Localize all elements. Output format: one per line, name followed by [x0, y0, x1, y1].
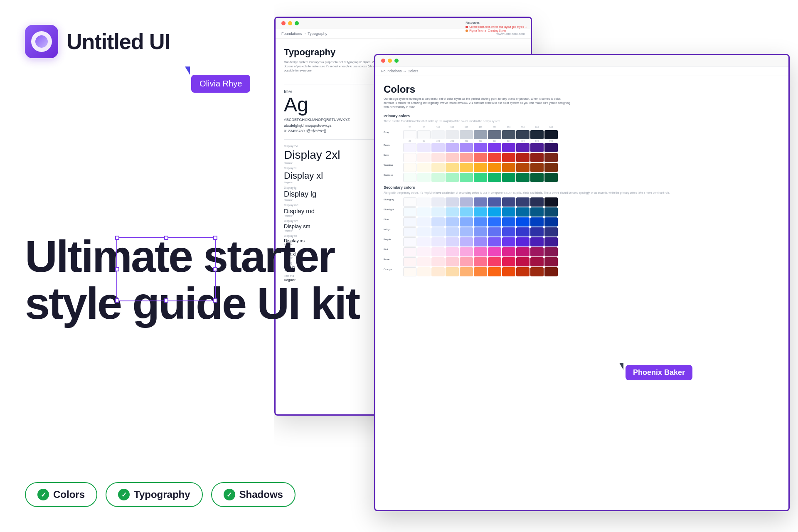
- swatch-b-700: [516, 217, 530, 227]
- swatch-gray-300: [460, 130, 473, 139]
- orange-row: Orange: [384, 267, 780, 276]
- primary-colors-header: Primary colors: [384, 114, 780, 118]
- swatch-p-500: [488, 237, 501, 246]
- swatch-b-400: [474, 217, 487, 227]
- swatch-i-25: [403, 227, 416, 236]
- handle-br[interactable]: [213, 298, 217, 303]
- swatch-o-500: [488, 267, 501, 276]
- error-swatches: [403, 153, 780, 162]
- swatch-brand-800: [530, 143, 544, 152]
- badge-colors[interactable]: ✓ Colors: [25, 482, 97, 507]
- success-color-row: Success: [384, 173, 780, 182]
- swatch-r-200: [446, 257, 459, 266]
- swatch-bl-100: [431, 207, 445, 217]
- user-tooltip-1: Olivia Rhye: [191, 75, 250, 93]
- swatch-pk-200: [446, 247, 459, 256]
- badge-typography-label: Typography: [134, 489, 190, 500]
- swatch-error-100: [431, 153, 445, 162]
- indigo-row: Indigo: [384, 227, 780, 236]
- swatch-error-25: [403, 153, 416, 162]
- purple-swatches: [403, 237, 780, 246]
- swatch-p-900: [544, 237, 558, 246]
- swatch-b-900: [544, 217, 558, 227]
- blue-row: Blue: [384, 217, 780, 227]
- primary-colors-desc: These are the foundation colors that mak…: [384, 120, 780, 123]
- swatch-b-600: [502, 217, 515, 227]
- swatch-r-400: [474, 257, 487, 266]
- swatch-pk-400: [474, 247, 487, 256]
- swatch-brand-100: [431, 143, 445, 152]
- swatch-warning-900: [544, 163, 558, 172]
- handle-ml[interactable]: [115, 267, 119, 271]
- swatch-bl-800: [530, 207, 544, 217]
- handle-tl[interactable]: [115, 236, 119, 240]
- swatch-bl-900: [544, 207, 558, 217]
- handle-tr[interactable]: [213, 236, 217, 240]
- swatch-pk-600: [502, 247, 515, 256]
- indigo-swatches: [403, 227, 780, 236]
- swatch-gray-500: [488, 130, 501, 139]
- swatch-bg-800: [530, 197, 544, 207]
- brand-swatches: [403, 143, 780, 152]
- swatch-warning-400: [474, 163, 487, 172]
- swatch-bl-50: [417, 207, 431, 217]
- blue-gray-label: Blue gray: [384, 197, 402, 207]
- swatch-warning-800: [530, 163, 544, 172]
- swatch-o-200: [446, 267, 459, 276]
- swatch-warning-25: [403, 163, 416, 172]
- swatch-bl-600: [502, 207, 515, 217]
- swatch-bg-500: [488, 197, 501, 207]
- swatch-i-300: [460, 227, 473, 236]
- swatch-b-300: [460, 217, 473, 227]
- logo-area: Untitled UI: [25, 25, 254, 58]
- colors-title: Colors: [384, 84, 780, 95]
- swatch-bl-200: [446, 207, 459, 217]
- feature-badges: ✓ Colors ✓ Typography ✓ Shadows: [25, 482, 296, 507]
- swatch-success-200: [446, 173, 459, 182]
- swatch-success-600: [502, 173, 515, 182]
- gray-swatches: 25 50 100 200 300 400 500 600 700 800 90…: [403, 130, 780, 142]
- handle-mr[interactable]: [213, 267, 217, 271]
- window-dot-red: [281, 21, 286, 25]
- swatch-bl-500: [488, 207, 501, 217]
- swatch-gray-400: [474, 130, 487, 139]
- swatch-bg-700: [516, 197, 530, 207]
- badge-typography[interactable]: ✓ Typography: [106, 482, 203, 507]
- swatch-pk-800: [530, 247, 544, 256]
- handle-bl[interactable]: [115, 298, 119, 303]
- swatch-success-400: [474, 173, 487, 182]
- swatch-success-300: [460, 173, 473, 182]
- swatch-r-25: [403, 257, 416, 266]
- colors-window-header: [375, 55, 788, 66]
- swatch-i-800: [530, 227, 544, 236]
- swatch-brand-700: [516, 143, 530, 152]
- pink-row: Pink: [384, 247, 780, 256]
- blue-label: Blue: [384, 217, 402, 227]
- orange-label: Orange: [384, 267, 402, 276]
- pink-label: Pink: [384, 247, 402, 256]
- swatch-o-600: [502, 267, 515, 276]
- swatch-warning-700: [516, 163, 530, 172]
- swatch-bg-25: [403, 197, 416, 207]
- swatch-pk-25: [403, 247, 416, 256]
- swatch-r-800: [530, 257, 544, 266]
- swatch-b-50: [417, 217, 431, 227]
- screenshot-colors: Foundations → Colors Colors Our design s…: [374, 54, 790, 511]
- swatch-brand-500: [488, 143, 501, 152]
- swatch-o-25: [403, 267, 416, 276]
- swatch-brand-400: [474, 143, 487, 152]
- swatch-p-600: [502, 237, 515, 246]
- logo-icon: [25, 25, 58, 58]
- rose-row: Rose: [384, 257, 780, 266]
- warning-swatches: [403, 163, 780, 172]
- swatch-warning-300: [460, 163, 473, 172]
- swatch-p-200: [446, 237, 459, 246]
- swatch-r-50: [417, 257, 431, 266]
- swatch-bg-300: [460, 197, 473, 207]
- handle-tm[interactable]: [164, 236, 168, 240]
- handle-bm[interactable]: [164, 298, 168, 303]
- swatch-p-700: [516, 237, 530, 246]
- success-label: Success: [384, 173, 402, 182]
- secondary-colors-section: Secondary colors Along with the primary …: [384, 185, 780, 194]
- swatch-brand-600: [502, 143, 515, 152]
